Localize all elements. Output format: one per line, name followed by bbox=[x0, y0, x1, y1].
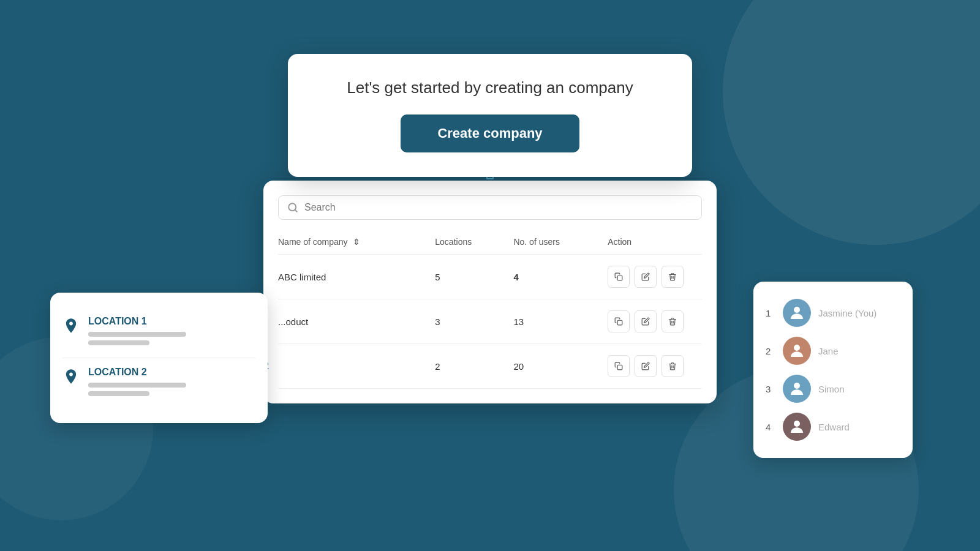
avatar-1 bbox=[783, 299, 811, 327]
delete-button-1[interactable] bbox=[662, 266, 684, 288]
company-name-1: ABC limited bbox=[278, 272, 435, 282]
location-card: LOCATION 1 LOCATION 2 bbox=[50, 293, 268, 423]
delete-button-2[interactable] bbox=[662, 310, 684, 332]
avatar-3 bbox=[783, 375, 811, 403]
search-icon bbox=[287, 202, 298, 213]
col-action: Action bbox=[608, 237, 702, 247]
edit-button-1[interactable] bbox=[635, 266, 657, 288]
edit-button-2[interactable] bbox=[635, 310, 657, 332]
user-item-1: 1 Jasmine (You) bbox=[766, 294, 900, 332]
svg-point-6 bbox=[794, 345, 800, 351]
col-users: No. of users bbox=[513, 237, 608, 247]
user-num-2: 2 bbox=[766, 346, 775, 356]
action-buttons-1 bbox=[608, 266, 702, 288]
table-row: 2 2 20 bbox=[278, 344, 702, 389]
table-row: ...oduct 3 13 bbox=[278, 299, 702, 344]
locations-2: 3 bbox=[435, 317, 513, 327]
users-card: 1 Jasmine (You) 2 Jane 3 Simon 4 Edward bbox=[753, 282, 913, 458]
location-text-2: LOCATION 2 bbox=[88, 367, 186, 400]
user-num-1: 1 bbox=[766, 308, 775, 318]
sort-icon: ⇕ bbox=[353, 237, 360, 247]
search-bar bbox=[278, 195, 702, 220]
delete-button-3[interactable] bbox=[662, 355, 684, 377]
user-item-2: 2 Jane bbox=[766, 332, 900, 370]
col-company-name[interactable]: Name of company ⇕ bbox=[278, 237, 435, 247]
skeleton-line bbox=[88, 383, 186, 388]
svg-rect-4 bbox=[617, 365, 622, 370]
user-num-3: 3 bbox=[766, 384, 775, 394]
locations-3: 2 bbox=[435, 361, 513, 372]
user-num-4: 4 bbox=[766, 422, 775, 432]
location-pin-icon-1 bbox=[62, 317, 80, 338]
table-header: Name of company ⇕ Locations No. of users… bbox=[278, 232, 702, 255]
avatar-4 bbox=[783, 413, 811, 441]
users-3: 20 bbox=[513, 361, 608, 372]
svg-point-5 bbox=[794, 307, 800, 313]
location-pin-icon-2 bbox=[62, 368, 80, 389]
skeleton-line bbox=[88, 332, 186, 337]
hero-card: Let's get started by creating an company… bbox=[288, 54, 692, 177]
users-2: 13 bbox=[513, 317, 608, 327]
action-buttons-2 bbox=[608, 310, 702, 332]
users-1: 4 bbox=[513, 272, 608, 282]
action-buttons-3 bbox=[608, 355, 702, 377]
user-name-3: Simon bbox=[818, 384, 845, 394]
svg-point-7 bbox=[794, 383, 800, 389]
user-item-4: 4 Edward bbox=[766, 408, 900, 446]
user-name-2: Jane bbox=[818, 346, 839, 356]
copy-button-2[interactable] bbox=[608, 310, 630, 332]
user-name-4: Edward bbox=[818, 422, 850, 432]
skeleton-line bbox=[88, 340, 149, 345]
table-row: ABC limited 5 4 bbox=[278, 255, 702, 299]
bg-decoration-1 bbox=[723, 0, 980, 245]
copy-button-1[interactable] bbox=[608, 266, 630, 288]
company-name-2: ...oduct bbox=[278, 317, 435, 327]
location-item-1: LOCATION 1 bbox=[62, 307, 255, 358]
user-item-3: 3 Simon bbox=[766, 370, 900, 408]
svg-line-1 bbox=[295, 209, 296, 211]
svg-rect-2 bbox=[617, 276, 622, 280]
user-name-1: Jasmine (You) bbox=[818, 308, 876, 318]
avatar-2 bbox=[783, 337, 811, 365]
table-card: Name of company ⇕ Locations No. of users… bbox=[263, 181, 717, 403]
edit-button-3[interactable] bbox=[635, 355, 657, 377]
location-text-1: LOCATION 1 bbox=[88, 316, 186, 349]
copy-button-3[interactable] bbox=[608, 355, 630, 377]
locations-1: 5 bbox=[435, 272, 513, 282]
create-company-button[interactable]: Create company bbox=[401, 114, 579, 152]
svg-rect-3 bbox=[617, 320, 622, 325]
location-item-2: LOCATION 2 bbox=[62, 358, 255, 408]
hero-subtitle: Let's get started by creating an company bbox=[325, 78, 655, 97]
col-locations: Locations bbox=[435, 237, 513, 247]
skeleton-line bbox=[88, 391, 149, 396]
svg-point-8 bbox=[794, 421, 800, 427]
search-input[interactable] bbox=[304, 202, 693, 213]
